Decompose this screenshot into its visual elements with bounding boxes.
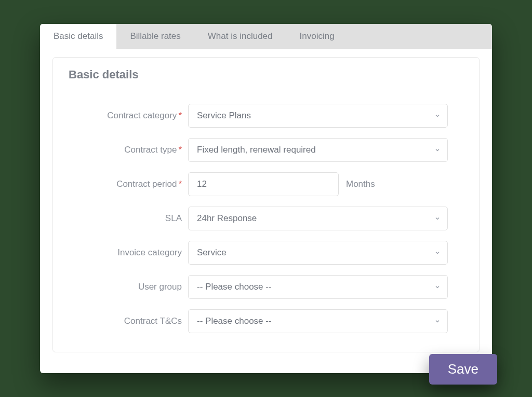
select-sla[interactable]: 24hr Response	[188, 207, 448, 230]
tab-invoicing[interactable]: Invoicing	[286, 24, 348, 49]
row-contract-tcs: Contract T&Cs -- Please choose --	[69, 309, 463, 333]
tab-billable-rates[interactable]: Billable rates	[116, 24, 194, 49]
tab-basic-details[interactable]: Basic details	[40, 24, 116, 49]
settings-panel: Basic details Billable rates What is inc…	[40, 24, 492, 373]
label-sla: SLA	[69, 213, 188, 224]
required-star: *	[178, 179, 182, 189]
row-invoice-category: Invoice category Service	[69, 241, 463, 265]
label-user-group: User group	[69, 282, 188, 292]
row-user-group: User group -- Please choose --	[69, 275, 463, 299]
row-contract-type: Contract type* Fixed length, renewal req…	[69, 138, 463, 162]
row-contract-period: Contract period* Months	[69, 172, 463, 196]
select-user-group[interactable]: -- Please choose --	[188, 275, 448, 299]
suffix-contract-period: Months	[346, 179, 375, 189]
input-contract-period[interactable]	[188, 172, 339, 196]
row-contract-category: Contract category* Service Plans	[69, 104, 463, 128]
label-contract-category: Contract category*	[69, 111, 188, 121]
label-contract-type: Contract type*	[69, 145, 188, 155]
select-invoice-category[interactable]: Service	[188, 241, 448, 265]
required-star: *	[178, 111, 182, 120]
basic-details-card: Basic details Contract category* Service…	[52, 57, 480, 352]
select-contract-type[interactable]: Fixed length, renewal required	[188, 138, 448, 162]
label-invoice-category: Invoice category	[69, 248, 188, 258]
select-contract-tcs[interactable]: -- Please choose --	[188, 309, 448, 333]
label-contract-period: Contract period*	[69, 179, 188, 189]
label-contract-tcs: Contract T&Cs	[69, 316, 188, 326]
required-star: *	[178, 145, 182, 155]
tab-what-is-included[interactable]: What is included	[194, 24, 286, 49]
save-button[interactable]: Save	[429, 354, 497, 385]
tab-bar: Basic details Billable rates What is inc…	[40, 24, 492, 49]
section-title: Basic details	[69, 68, 463, 89]
row-sla: SLA 24hr Response	[69, 207, 463, 230]
select-contract-category[interactable]: Service Plans	[188, 104, 448, 128]
